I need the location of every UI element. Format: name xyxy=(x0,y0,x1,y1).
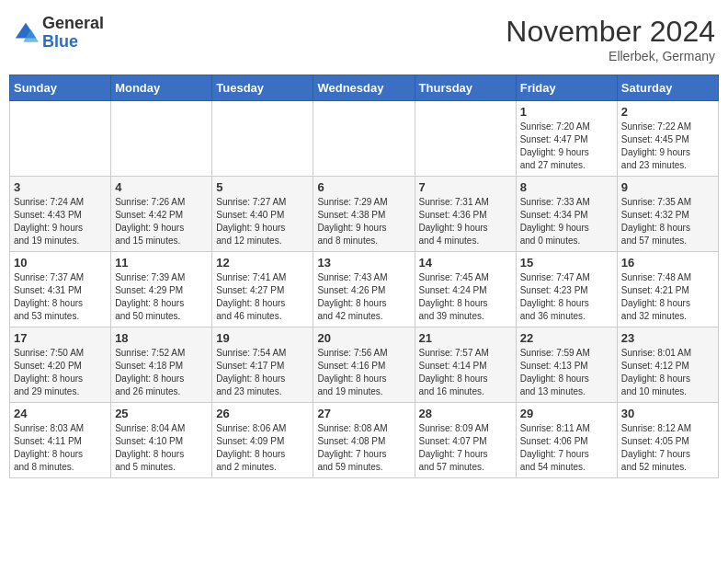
calendar-cell: 18Sunrise: 7:52 AMSunset: 4:18 PMDayligh… xyxy=(111,327,212,403)
day-info: Sunrise: 7:24 AMSunset: 4:43 PMDaylight:… xyxy=(14,196,107,247)
day-number: 2 xyxy=(621,105,714,119)
calendar-cell xyxy=(415,101,516,177)
calendar-cell xyxy=(212,101,313,177)
day-info: Sunrise: 8:11 AMSunset: 4:06 PMDaylight:… xyxy=(520,422,613,474)
day-number: 30 xyxy=(621,407,714,420)
header-day-tuesday: Tuesday xyxy=(212,75,313,101)
header: General Blue November 2024 Ellerbek, Ger… xyxy=(9,9,719,69)
logo-blue-text: Blue xyxy=(42,33,104,52)
calendar-cell: 12Sunrise: 7:41 AMSunset: 4:27 PMDayligh… xyxy=(212,252,313,327)
calendar-cell: 22Sunrise: 7:59 AMSunset: 4:13 PMDayligh… xyxy=(516,327,617,403)
day-number: 17 xyxy=(14,331,107,345)
day-number: 19 xyxy=(216,331,309,345)
calendar-cell: 30Sunrise: 8:12 AMSunset: 4:05 PMDayligh… xyxy=(617,403,718,478)
month-title: November 2024 xyxy=(506,15,715,49)
calendar-cell: 20Sunrise: 7:56 AMSunset: 4:16 PMDayligh… xyxy=(313,327,415,403)
calendar-cell: 7Sunrise: 7:31 AMSunset: 4:36 PMDaylight… xyxy=(415,177,516,252)
day-info: Sunrise: 7:37 AMSunset: 4:31 PMDaylight:… xyxy=(14,271,107,323)
logo: General Blue xyxy=(13,15,104,52)
day-info: Sunrise: 7:45 AMSunset: 4:24 PMDaylight:… xyxy=(419,271,512,323)
calendar-cell: 15Sunrise: 7:47 AMSunset: 4:23 PMDayligh… xyxy=(516,252,617,327)
header-day-thursday: Thursday xyxy=(415,75,516,101)
day-info: Sunrise: 8:01 AMSunset: 4:12 PMDaylight:… xyxy=(621,347,714,398)
day-number: 14 xyxy=(419,256,512,270)
day-info: Sunrise: 7:43 AMSunset: 4:26 PMDaylight:… xyxy=(317,271,410,323)
location: Ellerbek, Germany xyxy=(506,49,715,63)
day-number: 25 xyxy=(115,407,208,420)
calendar-cell: 1Sunrise: 7:20 AMSunset: 4:47 PMDaylight… xyxy=(516,101,617,177)
calendar-cell: 10Sunrise: 7:37 AMSunset: 4:31 PMDayligh… xyxy=(10,252,111,327)
day-info: Sunrise: 7:47 AMSunset: 4:23 PMDaylight:… xyxy=(520,271,613,323)
header-day-monday: Monday xyxy=(111,75,212,101)
day-number: 23 xyxy=(621,331,714,345)
week-row-3: 17Sunrise: 7:50 AMSunset: 4:20 PMDayligh… xyxy=(10,327,719,403)
day-number: 11 xyxy=(115,256,208,270)
day-number: 28 xyxy=(419,407,512,420)
day-number: 1 xyxy=(520,105,613,119)
day-number: 6 xyxy=(317,180,410,194)
day-number: 12 xyxy=(216,256,309,270)
calendar-cell: 24Sunrise: 8:03 AMSunset: 4:11 PMDayligh… xyxy=(10,403,111,478)
header-day-wednesday: Wednesday xyxy=(313,75,415,101)
calendar-cell: 2Sunrise: 7:22 AMSunset: 4:45 PMDaylight… xyxy=(617,101,718,177)
title-area: November 2024 Ellerbek, Germany xyxy=(506,15,715,63)
calendar-cell: 19Sunrise: 7:54 AMSunset: 4:17 PMDayligh… xyxy=(212,327,313,403)
calendar-cell: 16Sunrise: 7:48 AMSunset: 4:21 PMDayligh… xyxy=(617,252,718,327)
day-number: 5 xyxy=(216,180,309,194)
day-info: Sunrise: 8:08 AMSunset: 4:08 PMDaylight:… xyxy=(317,422,410,474)
week-row-0: 1Sunrise: 7:20 AMSunset: 4:47 PMDaylight… xyxy=(10,101,719,177)
day-number: 20 xyxy=(317,331,410,345)
logo-general-text: General xyxy=(42,15,104,33)
calendar-cell: 4Sunrise: 7:26 AMSunset: 4:42 PMDaylight… xyxy=(111,177,212,252)
day-number: 26 xyxy=(216,407,309,420)
calendar-cell: 26Sunrise: 8:06 AMSunset: 4:09 PMDayligh… xyxy=(212,403,313,478)
day-number: 10 xyxy=(14,256,107,270)
day-number: 21 xyxy=(419,331,512,345)
day-number: 24 xyxy=(14,407,107,420)
day-info: Sunrise: 8:03 AMSunset: 4:11 PMDaylight:… xyxy=(14,422,107,474)
day-info: Sunrise: 7:39 AMSunset: 4:29 PMDaylight:… xyxy=(115,271,208,323)
week-row-4: 24Sunrise: 8:03 AMSunset: 4:11 PMDayligh… xyxy=(10,403,719,478)
logo-text: General Blue xyxy=(42,15,104,52)
week-row-2: 10Sunrise: 7:37 AMSunset: 4:31 PMDayligh… xyxy=(10,252,719,327)
day-info: Sunrise: 8:09 AMSunset: 4:07 PMDaylight:… xyxy=(419,422,512,474)
day-info: Sunrise: 8:06 AMSunset: 4:09 PMDaylight:… xyxy=(216,422,309,474)
calendar: SundayMondayTuesdayWednesdayThursdayFrid… xyxy=(9,75,719,478)
day-info: Sunrise: 7:27 AMSunset: 4:40 PMDaylight:… xyxy=(216,196,309,247)
day-info: Sunrise: 7:56 AMSunset: 4:16 PMDaylight:… xyxy=(317,347,410,398)
week-row-1: 3Sunrise: 7:24 AMSunset: 4:43 PMDaylight… xyxy=(10,177,719,252)
day-info: Sunrise: 7:41 AMSunset: 4:27 PMDaylight:… xyxy=(216,271,309,323)
day-number: 22 xyxy=(520,331,613,345)
day-number: 13 xyxy=(317,256,410,270)
header-day-sunday: Sunday xyxy=(10,75,111,101)
calendar-cell xyxy=(313,101,415,177)
day-info: Sunrise: 7:52 AMSunset: 4:18 PMDaylight:… xyxy=(115,347,208,398)
day-info: Sunrise: 7:31 AMSunset: 4:36 PMDaylight:… xyxy=(419,196,512,247)
day-info: Sunrise: 7:59 AMSunset: 4:13 PMDaylight:… xyxy=(520,347,613,398)
calendar-cell: 17Sunrise: 7:50 AMSunset: 4:20 PMDayligh… xyxy=(10,327,111,403)
day-info: Sunrise: 8:12 AMSunset: 4:05 PMDaylight:… xyxy=(621,422,714,474)
day-info: Sunrise: 7:22 AMSunset: 4:45 PMDaylight:… xyxy=(621,121,714,172)
header-row: SundayMondayTuesdayWednesdayThursdayFrid… xyxy=(10,75,719,101)
calendar-cell: 14Sunrise: 7:45 AMSunset: 4:24 PMDayligh… xyxy=(415,252,516,327)
calendar-cell: 8Sunrise: 7:33 AMSunset: 4:34 PMDaylight… xyxy=(516,177,617,252)
calendar-cell: 21Sunrise: 7:57 AMSunset: 4:14 PMDayligh… xyxy=(415,327,516,403)
day-info: Sunrise: 7:35 AMSunset: 4:32 PMDaylight:… xyxy=(621,196,714,247)
day-info: Sunrise: 7:54 AMSunset: 4:17 PMDaylight:… xyxy=(216,347,309,398)
day-number: 8 xyxy=(520,180,613,194)
day-info: Sunrise: 7:29 AMSunset: 4:38 PMDaylight:… xyxy=(317,196,410,247)
header-day-saturday: Saturday xyxy=(617,75,718,101)
calendar-cell: 11Sunrise: 7:39 AMSunset: 4:29 PMDayligh… xyxy=(111,252,212,327)
calendar-body: 1Sunrise: 7:20 AMSunset: 4:47 PMDaylight… xyxy=(10,101,719,478)
day-number: 16 xyxy=(621,256,714,270)
header-day-friday: Friday xyxy=(516,75,617,101)
calendar-cell xyxy=(111,101,212,177)
calendar-cell: 25Sunrise: 8:04 AMSunset: 4:10 PMDayligh… xyxy=(111,403,212,478)
day-number: 7 xyxy=(419,180,512,194)
calendar-cell: 23Sunrise: 8:01 AMSunset: 4:12 PMDayligh… xyxy=(617,327,718,403)
calendar-cell: 9Sunrise: 7:35 AMSunset: 4:32 PMDaylight… xyxy=(617,177,718,252)
day-info: Sunrise: 7:26 AMSunset: 4:42 PMDaylight:… xyxy=(115,196,208,247)
day-number: 27 xyxy=(317,407,410,420)
calendar-cell: 5Sunrise: 7:27 AMSunset: 4:40 PMDaylight… xyxy=(212,177,313,252)
day-number: 4 xyxy=(115,180,208,194)
